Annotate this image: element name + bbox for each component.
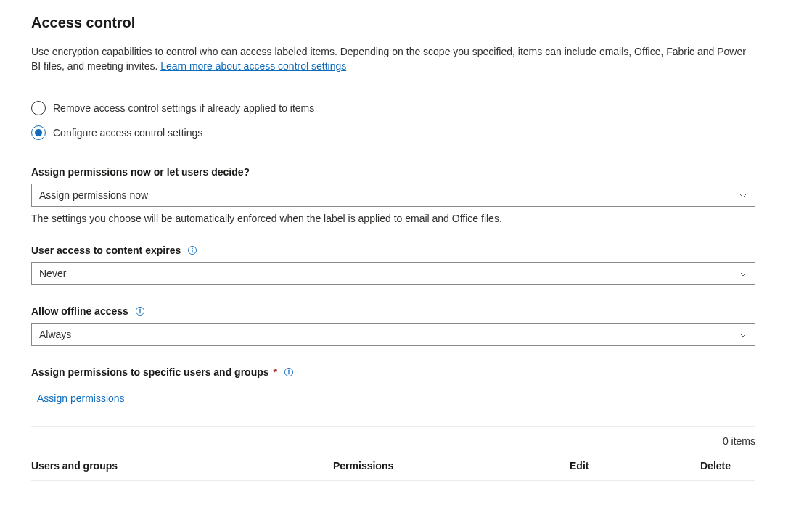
field-offline-access: Allow offline access Always [31,305,781,346]
radio-circle-icon [31,101,46,115]
field-user-access-expires: User access to content expires Never [31,244,781,285]
expires-value: Never [39,268,66,279]
expires-label: User access to content expires [31,244,181,256]
field-assign-permissions: Assign permissions now or let users deci… [31,166,781,224]
radio-configure-access[interactable]: Configure access control settings [31,125,781,140]
col-header-delete[interactable]: Delete [700,460,755,472]
required-star-icon: * [271,366,277,378]
svg-point-7 [288,370,290,371]
col-header-users-groups[interactable]: Users and groups [31,460,333,472]
radio-remove-access[interactable]: Remove access control settings if alread… [31,101,781,115]
svg-point-1 [192,248,193,250]
col-header-edit[interactable]: Edit [570,460,700,472]
radio-circle-selected-icon [31,125,46,140]
field-assign-specific: Assign permissions to specific users and… [31,366,781,410]
expires-select[interactable]: Never [31,262,755,285]
chevron-down-icon [739,191,747,199]
assign-permissions-label: Assign permissions now or let users deci… [31,166,250,178]
svg-rect-2 [192,250,193,252]
assign-permissions-helper: The settings you choose will be automati… [31,213,781,224]
radio-configure-label: Configure access control settings [53,127,202,139]
col-header-permissions[interactable]: Permissions [333,460,570,472]
intro-paragraph: Use encryption capabilities to control w… [31,44,757,73]
svg-rect-8 [288,371,289,374]
permissions-table-header: Users and groups Permissions Edit Delete [31,460,755,481]
offline-select[interactable]: Always [31,323,755,346]
info-icon[interactable] [186,244,198,256]
page-title: Access control [31,15,781,31]
assign-permissions-select[interactable]: Assign permissions now [31,184,755,207]
access-control-radio-group: Remove access control settings if alread… [31,101,781,140]
assign-permissions-button[interactable]: Assign permissions [31,387,131,410]
svg-rect-5 [139,310,140,313]
info-icon[interactable] [134,305,146,317]
radio-remove-label: Remove access control settings if alread… [53,102,314,114]
chevron-down-icon [739,330,747,339]
offline-value: Always [39,329,71,340]
assign-permissions-value: Assign permissions now [39,189,148,201]
intro-text: Use encryption capabilities to control w… [31,46,746,72]
info-icon[interactable] [283,366,295,378]
svg-point-4 [139,309,141,310]
items-count: 0 items [31,427,755,460]
chevron-down-icon [739,269,747,278]
learn-more-link[interactable]: Learn more about access control settings [160,60,346,72]
radio-dot-icon [35,129,42,136]
offline-label: Allow offline access [31,305,128,317]
assign-specific-label: Assign permissions to specific users and… [31,366,277,378]
